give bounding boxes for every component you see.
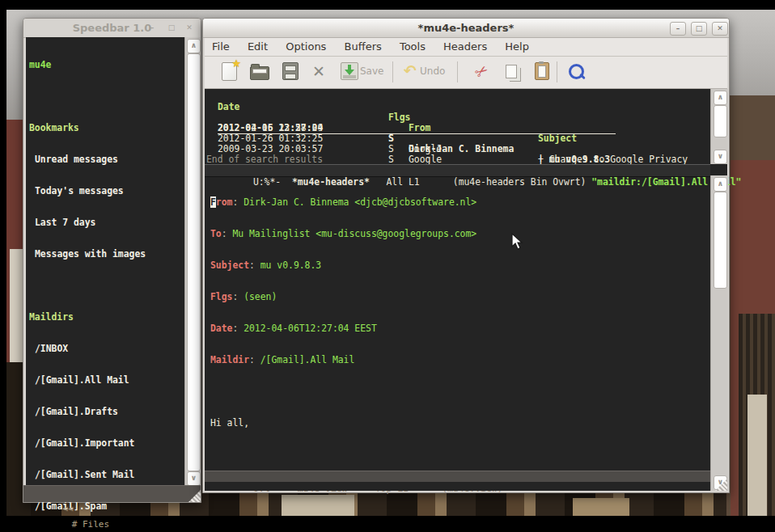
scroll-up-icon[interactable]: ∧: [714, 177, 727, 192]
message-field-from: FromDirk-Jan C. Binnema <djcb@djcbsoftwa…: [210, 197, 710, 208]
menu-edit[interactable]: Edit: [248, 40, 268, 53]
menu-buffers[interactable]: Buffers: [345, 40, 382, 53]
speedbar-item-sentmail[interactable]: /[Gmail].Sent Mail: [29, 470, 184, 480]
emacs-frame-content: Date Flgs From Subject 2012-04-06 12:27:…: [205, 89, 727, 491]
end-of-results-text: End of search results: [205, 144, 710, 154]
close-icon[interactable]: ✕: [712, 22, 728, 36]
speedbar-item-drafts[interactable]: /[Gmail].Drafts: [29, 407, 184, 417]
toolbar-separator: [457, 61, 458, 82]
menu-file[interactable]: File: [212, 40, 230, 53]
speedbar-content: mu4e Bookmarks Unread messages Today's m…: [26, 37, 184, 486]
menu-headers[interactable]: Headers: [443, 40, 487, 53]
search-icon: [569, 64, 584, 79]
message-field-flags: Flgs(seen): [210, 292, 710, 302]
speedbar-item-last7days[interactable]: Last 7 days: [29, 217, 184, 228]
open-file-button[interactable]: [250, 62, 269, 80]
speedbar-item-unread[interactable]: Unread messages: [29, 154, 184, 165]
headers-column-row: Date Flgs From Subject: [205, 91, 710, 102]
speedbar-prev-button[interactable]: <<: [63, 504, 74, 514]
copy-icon: [506, 65, 517, 78]
speedbar-item-today[interactable]: Today's messages: [29, 186, 184, 196]
background-rooftop-light: [282, 495, 354, 516]
scrollbar-thumb[interactable]: [714, 105, 727, 137]
mu4e-window-title: *mu4e-headers*: [203, 22, 729, 34]
speedbar-item-mu4e[interactable]: mu4e: [29, 60, 184, 70]
scroll-up-icon[interactable]: ∧: [714, 91, 727, 105]
speedbar-titlebar[interactable]: Speedbar 1.0 – □ ✕: [23, 19, 201, 38]
mu4e-titlebar[interactable]: *mu4e-headers* – □ ✕: [203, 19, 729, 38]
new-file-button[interactable]: ★: [222, 62, 237, 81]
resize-grip[interactable]: [188, 490, 201, 502]
mu4e-window: *mu4e-headers* – □ ✕ File Edit Options B…: [202, 18, 730, 493]
speedbar-statusbar: << # Files 1 >>: [23, 485, 201, 502]
scroll-down-icon[interactable]: ∨: [714, 150, 727, 164]
message-view-pane: FromDirk-Jan C. Binnema <djcb@djcbsoftwa…: [210, 176, 710, 471]
speedbar-section-maildirs: Maildirs: [29, 312, 184, 323]
speedbar-item-inbox[interactable]: /INBOX: [29, 344, 184, 354]
headers-scrollbar[interactable]: ∧ ∨: [710, 89, 728, 164]
scrollbar-thumb[interactable]: [187, 53, 201, 471]
paste-icon: [535, 62, 549, 80]
menubar: File Edit Options Buffers Tools Headers …: [205, 38, 727, 57]
undo-label: Undo: [420, 65, 445, 77]
speedbar-files-label: # Files: [72, 519, 109, 530]
cell-flags: S: [388, 154, 394, 164]
header-row[interactable]: 2012-01-26 01:32:25 S Google \ Changes t…: [205, 123, 710, 133]
body-line: [210, 450, 710, 460]
search-button[interactable]: [569, 62, 584, 79]
message-field-subject: Subjectmu v0.9.8.3: [210, 260, 710, 271]
save-button[interactable]: [341, 62, 358, 80]
minimize-icon[interactable]: –: [145, 22, 159, 34]
menu-tools[interactable]: Tools: [400, 40, 426, 53]
speedbar-item-images[interactable]: Messages with images: [29, 249, 184, 260]
save-icon: [341, 62, 358, 80]
headers-pane: Date Flgs From Subject 2012-04-06 12:27:…: [205, 89, 710, 164]
desktop: Speedbar 1.0 – □ ✕ mu4e Bookmarks Unread…: [0, 0, 775, 532]
toolbar-separator: [392, 61, 393, 82]
dired-button[interactable]: [282, 62, 299, 80]
header-row[interactable]: 2009-03-23 20:03:57 S Gmail Team | Gmail…: [205, 133, 710, 144]
minibuffer[interactable]: [205, 482, 710, 491]
header-row[interactable]: 2012-02-15 23:58:29 S Google + Changes t…: [205, 112, 710, 123]
cut-button[interactable]: ✂: [471, 60, 492, 82]
modeline-headers: U:%*- *mu4e-headers* All L1 (mu4e-header…: [205, 164, 710, 177]
background-building: [747, 395, 767, 516]
undo-button[interactable]: ↶: [404, 62, 417, 78]
background-rooftop-light: [573, 498, 629, 516]
scrollbar-thumb[interactable]: [714, 192, 727, 289]
message-field-date: Date2012-04-06T12:27:04 EEST: [210, 323, 710, 334]
save-label: Save: [360, 65, 383, 77]
maximize-icon[interactable]: □: [164, 22, 179, 34]
toolbar-separator: [557, 61, 557, 82]
scroll-up-icon[interactable]: ∧: [187, 39, 201, 53]
menu-options[interactable]: Options: [286, 40, 326, 53]
maximize-icon[interactable]: □: [691, 22, 707, 36]
message-scrollbar[interactable]: ∧ ∨: [710, 175, 728, 491]
cell-from: Google: [409, 154, 442, 164]
close-buffer-button[interactable]: ✕: [312, 62, 325, 80]
toolbar: ★ ✕ Save ↶ Undo ✂: [205, 57, 727, 89]
speedbar-window: Speedbar 1.0 – □ ✕ mu4e Bookmarks Unread…: [23, 18, 201, 503]
paste-button[interactable]: [535, 62, 549, 80]
message-field-to: ToMu Mailinglist <mu-discuss@googlegroup…: [210, 229, 710, 239]
minimize-icon[interactable]: –: [670, 22, 686, 36]
star-icon: ★: [231, 57, 241, 70]
header-row-selected[interactable]: 2012-04-06 12:27:04 S Dirk-Jan C. Binnem…: [205, 102, 710, 112]
open-folder-icon: [250, 66, 269, 80]
speedbar-item-allmail[interactable]: /[Gmail].All Mail: [29, 375, 184, 386]
body-line: Hi all,: [210, 418, 710, 429]
speedbar-scrollbar[interactable]: ∧ ∨: [184, 37, 201, 486]
close-icon[interactable]: ✕: [182, 22, 197, 34]
cell-subject: + Changes to Google Privacy: [538, 154, 688, 164]
speedbar-item-important[interactable]: /[Gmail].Important: [29, 438, 184, 449]
copy-button[interactable]: [506, 62, 517, 78]
modeline-view: U:%*- *mu4e-view* Top L1 (mu4e:view): [205, 471, 710, 483]
scroll-down-icon[interactable]: ∨: [187, 471, 201, 486]
message-field-maildir: Maildir/[Gmail].All Mail: [210, 355, 710, 365]
menu-help[interactable]: Help: [505, 40, 529, 53]
file-cabinet-icon: [282, 62, 299, 80]
speedbar-section-bookmarks: Bookmarks: [29, 123, 184, 133]
